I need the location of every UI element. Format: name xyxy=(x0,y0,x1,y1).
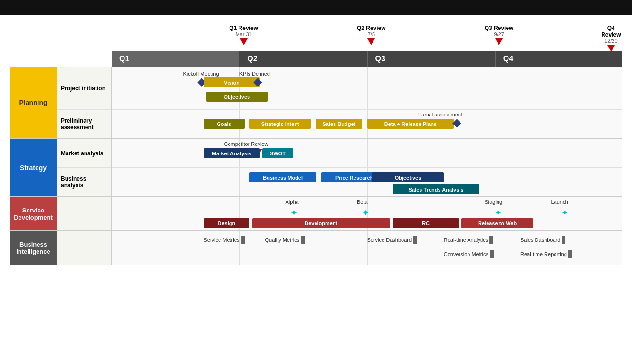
planning-gantt: Kickoff Meeting Vision KPIs Defined Obje… xyxy=(112,67,622,138)
alpha-star: ✦ xyxy=(290,208,297,218)
quarter-header: Q1 Q2 Q3 Q4 xyxy=(112,51,622,67)
q1-review-label: Q1 Review xyxy=(229,25,258,31)
service-dev-gantt: Alpha ✦ Beta ✦ Staging ✦ Launch ✦ Design… xyxy=(112,197,622,230)
beta-star: ✦ xyxy=(362,208,369,218)
rc-bar: RC xyxy=(393,218,459,228)
launch-label: Launch xyxy=(551,199,568,205)
business-analysis-gantt: Business Model Price Research Objectives… xyxy=(112,168,622,196)
grid-bi-q4 xyxy=(495,231,495,265)
bi-label: Business Intelligence xyxy=(10,231,57,265)
market-analysis-bar: Market Analysis xyxy=(204,148,260,158)
market-analysis-label: Market analysis xyxy=(57,139,111,168)
conversion-metrics-item: Conversion Metrics xyxy=(444,250,494,258)
strategy-label: Strategy xyxy=(10,139,57,196)
release-web-bar: Release to Web xyxy=(461,218,533,228)
swot-bar: SWOT xyxy=(262,148,293,158)
q3-review-label: Q3 Review xyxy=(485,25,514,31)
review-markers-row: Q1 Review Mar 31 Q2 Review 7/5 Q3 Review… xyxy=(112,25,622,51)
objectives-bar: Objectives xyxy=(206,92,268,102)
bi-gantt: Service Metrics Quality Metrics Service … xyxy=(112,231,622,265)
grid-q4 xyxy=(495,67,495,109)
strategic-intent-bar: Strategic Intent xyxy=(249,119,311,129)
grid-ma-q3 xyxy=(367,139,368,167)
q1-header: Q1 xyxy=(112,51,239,67)
project-initiation-gantt: Kickoff Meeting Vision KPIs Defined Obje… xyxy=(112,67,622,110)
beta-release-bar: Beta + Release Plans xyxy=(367,119,454,129)
q3-review-date: 9/27 xyxy=(485,31,514,37)
preliminary-assessment-label: Preliminary assessment xyxy=(57,110,111,138)
competitor-review-label: Competitor Review xyxy=(224,141,268,147)
kickoff-label: Kickoff Meeting xyxy=(183,71,219,77)
grid-q3 xyxy=(367,67,368,109)
q4-review-date: 12/20 xyxy=(600,38,622,44)
grid-q4-2 xyxy=(495,110,495,138)
quality-metrics-item: Quality Metrics xyxy=(265,236,305,244)
preliminary-assessment-gantt: Goals Strategic Intent Sales Budget Beta… xyxy=(112,110,622,138)
staging-label: Staging xyxy=(485,199,502,205)
q2-review-date: 7/5 xyxy=(357,31,386,37)
kpis-label: KPIs Defined xyxy=(239,71,270,77)
q1-review-arrow xyxy=(240,38,248,45)
q4-review-label: Q4 Review xyxy=(600,25,622,38)
service-dashboard-flag xyxy=(413,236,417,244)
service-dev-sublabel xyxy=(57,197,112,230)
service-dev-sub-label-text xyxy=(57,197,111,230)
q2-review-label: Q2 Review xyxy=(357,25,386,31)
bi-sub-label-text xyxy=(57,231,111,265)
partial-diamond xyxy=(453,119,461,127)
q4-header: Q4 xyxy=(496,51,622,67)
business-model-bar: Business Model xyxy=(249,172,316,182)
planning-group: Planning Project initiation Preliminary … xyxy=(10,67,622,139)
staging-star: ✦ xyxy=(495,208,502,218)
alpha-label: Alpha xyxy=(286,199,299,205)
q2-review-marker: Q2 Review 7/5 xyxy=(357,25,386,45)
service-dev-group: Service Development Alpha ✦ Beta ✦ Stagi… xyxy=(10,197,622,231)
q2-review-arrow xyxy=(367,38,375,45)
sales-budget-bar: Sales Budget xyxy=(316,119,362,129)
quality-metrics-flag xyxy=(301,236,305,244)
q4-review-marker: Q4 Review 12/20 xyxy=(600,25,622,52)
grid-ba-q2 xyxy=(239,168,240,196)
conversion-metrics-flag xyxy=(490,250,494,258)
quality-metrics-label: Quality Metrics xyxy=(265,237,300,243)
service-metrics-label: Service Metrics xyxy=(204,237,239,243)
service-dashboard-item: Service Dashboard xyxy=(367,236,417,244)
realtime-reporting-label: Real-time Reporting xyxy=(520,251,567,257)
planning-label: Planning xyxy=(10,67,57,138)
realtime-analytics-label: Real-time Analytics xyxy=(444,237,488,243)
strategy-group: Strategy Market analysis Business analys… xyxy=(10,139,622,197)
top-bar xyxy=(0,0,632,15)
service-metrics-item: Service Metrics xyxy=(204,236,245,244)
realtime-reporting-item: Real-time Reporting xyxy=(520,250,572,258)
design-bar: Design xyxy=(204,218,250,228)
sales-dashboard-item: Sales Dashboard xyxy=(520,236,565,244)
q3-review-marker: Q3 Review 9/27 xyxy=(485,25,514,45)
service-dev-label-text: Service Development xyxy=(11,207,55,221)
sales-dashboard-flag xyxy=(562,236,565,244)
business-analysis-label: Business analysis xyxy=(57,168,111,196)
q1-review-marker: Q1 Review Mar 31 xyxy=(229,25,258,45)
q4-review-arrow xyxy=(607,45,615,52)
strategy-sublabels: Market analysis Business analysis xyxy=(57,139,112,196)
market-analysis-gantt: Competitor Review Market Analysis SWOT xyxy=(112,139,622,168)
chart-container: Q1 Review Mar 31 Q2 Review 7/5 Q3 Review… xyxy=(0,15,632,274)
launch-star: ✦ xyxy=(561,208,568,218)
service-dev-label: Service Development xyxy=(10,197,57,230)
partial-assessment-label: Partial assessment xyxy=(418,112,462,117)
sales-dashboard-label: Sales Dashboard xyxy=(520,237,560,243)
q2-header: Q2 xyxy=(239,51,367,67)
service-metrics-flag xyxy=(241,236,245,244)
objectives-2-bar: Objectives xyxy=(372,172,444,182)
conversion-metrics-label: Conversion Metrics xyxy=(444,251,488,257)
realtime-analytics-item: Real-time Analytics xyxy=(444,236,494,244)
project-initiation-label: Project initiation xyxy=(57,67,111,110)
q3-review-arrow xyxy=(495,38,503,45)
bi-group: Business Intelligence Service Metrics Qu… xyxy=(10,231,622,265)
realtime-reporting-flag xyxy=(568,250,572,258)
realtime-analytics-flag xyxy=(489,236,493,244)
q3-header: Q3 xyxy=(368,51,496,67)
beta-label: Beta xyxy=(357,199,368,205)
grid-ba-q4 xyxy=(495,168,495,196)
service-dashboard-label: Service Dashboard xyxy=(367,237,412,243)
sales-trends-bar: Sales Trends Analysis xyxy=(393,184,479,194)
